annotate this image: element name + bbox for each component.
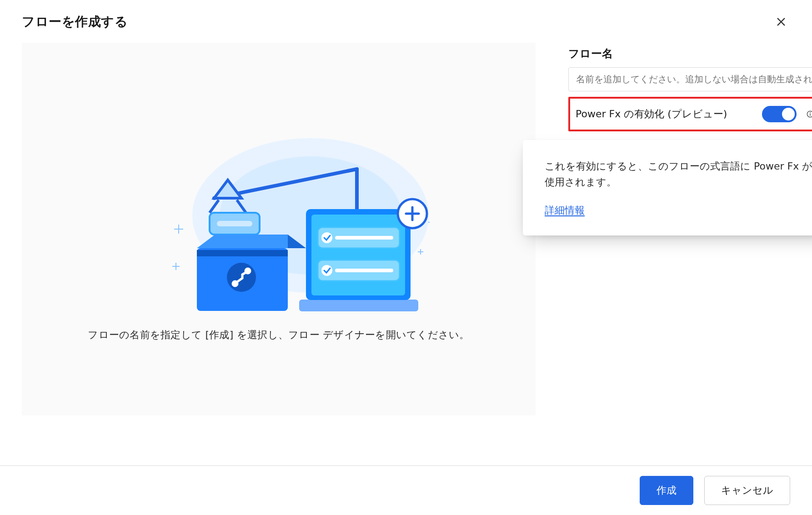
power-fx-row-highlight: Power Fx の有効化 (プレビュー) [568, 97, 812, 131]
create-button[interactable]: 作成 [640, 476, 693, 505]
power-fx-info-button[interactable] [804, 108, 812, 120]
left-pane: フローの名前を指定して [作成] を選択し、フロー デザイナーを開いてください。 [22, 43, 536, 415]
flow-name-label: フロー名 [568, 46, 812, 61]
dialog-header: フローを作成する [0, 0, 812, 43]
svg-rect-16 [299, 300, 418, 311]
power-fx-toggle[interactable] [762, 106, 797, 122]
power-fx-callout-text: これを有効にすると、このフローの式言語に Power Fx が使用されます。 [545, 158, 812, 190]
svg-rect-28 [810, 114, 810, 116]
toggle-knob [782, 108, 795, 120]
close-icon [776, 17, 786, 27]
info-icon [807, 109, 812, 120]
close-button[interactable] [772, 13, 790, 31]
power-fx-toggle-label: Power Fx の有効化 (プレビュー) [576, 107, 755, 121]
dialog-title: フローを作成する [22, 13, 128, 30]
svg-rect-24 [335, 269, 393, 272]
svg-rect-8 [217, 221, 252, 226]
svg-point-27 [810, 112, 811, 113]
dialog-create-flow: フローを作成する [0, 0, 812, 515]
power-fx-callout: これを有効にすると、このフローの式言語に Power Fx が使用されます。 詳… [523, 140, 812, 235]
svg-rect-12 [197, 250, 288, 256]
callout-learn-more-link[interactable]: 詳細情報 [545, 204, 585, 217]
svg-rect-21 [335, 236, 393, 240]
dialog-body: フローの名前を指定して [作成] を選択し、フロー デザイナーを開いてください。… [0, 43, 812, 415]
svg-point-23 [321, 265, 332, 276]
svg-point-20 [321, 232, 332, 243]
hero-caption: フローの名前を指定して [作成] を選択し、フロー デザイナーを開いてください。 [22, 328, 536, 342]
hero-illustration-svg [120, 120, 438, 315]
flow-name-input[interactable] [568, 67, 812, 91]
dialog-footer: 作成 キャンセル [0, 465, 812, 515]
hero-illustration [22, 43, 536, 315]
right-pane: フロー名 Power Fx の有効化 (プレビュー) これを有効にすると [568, 43, 812, 131]
cancel-button[interactable]: キャンセル [704, 476, 790, 505]
svg-point-26 [807, 111, 812, 117]
